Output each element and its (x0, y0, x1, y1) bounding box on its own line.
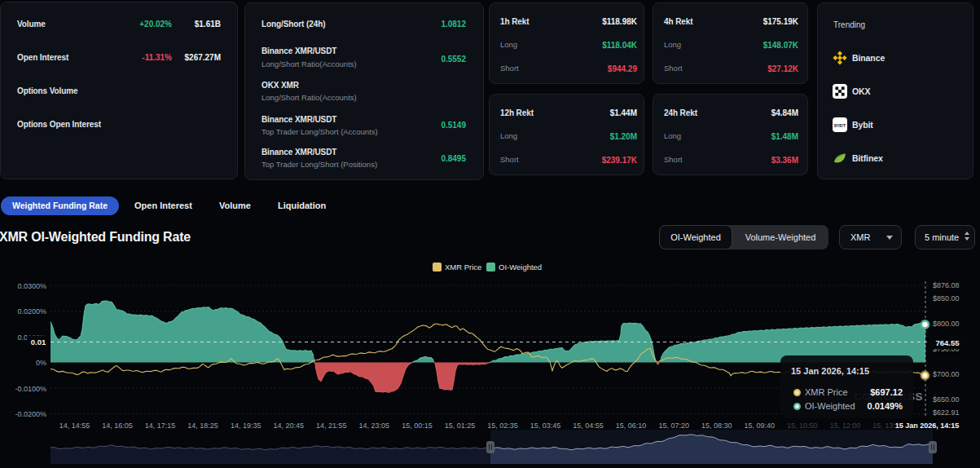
svg-text:15, 12:00: 15, 12:00 (830, 422, 861, 430)
svg-text:15, 06:10: 15, 06:10 (616, 422, 647, 430)
svg-text:14, 23:05: 14, 23:05 (359, 422, 390, 430)
svg-text:0.0200%: 0.0200% (17, 307, 46, 316)
svg-text:-0.0100%: -0.0100% (15, 385, 46, 393)
svg-text:$850.00: $850.00 (933, 294, 960, 302)
svg-text:$622.91: $622.91 (933, 408, 960, 417)
svg-text:$876.08: $876.08 (933, 281, 960, 289)
svg-text:14, 21:55: 14, 21:55 (316, 422, 347, 430)
svg-text:0.01: 0.01 (31, 338, 46, 347)
svg-text:15, 03:45: 15, 03:45 (530, 422, 561, 430)
svg-text:$800.00: $800.00 (933, 320, 960, 328)
svg-text:14, 19:35: 14, 19:35 (231, 422, 261, 430)
svg-text:15, 02:35: 15, 02:35 (487, 422, 518, 430)
svg-text:15, 04:55: 15, 04:55 (573, 422, 604, 430)
svg-text:0.0300%: 0.0300% (17, 282, 46, 290)
svg-text:14, 16:05: 14, 16:05 (102, 422, 133, 430)
svg-text:15, 09:40: 15, 09:40 (745, 422, 776, 430)
svg-text:15, 10:50: 15, 10:50 (787, 422, 818, 430)
svg-text:14, 18:25: 14, 18:25 (187, 422, 218, 430)
svg-text:$650.00: $650.00 (933, 395, 960, 404)
svg-text:$700.00: $700.00 (933, 370, 960, 378)
svg-text:0%: 0% (36, 359, 46, 367)
svg-text:15, 07:20: 15, 07:20 (658, 422, 689, 430)
svg-text:14, 14:55: 14, 14:55 (59, 422, 90, 430)
svg-text:15, 08:30: 15, 08:30 (701, 422, 732, 430)
svg-text:15 Jan 2026, 14:15: 15 Jan 2026, 14:15 (895, 422, 960, 430)
svg-text:14, 17:15: 14, 17:15 (145, 422, 176, 430)
svg-text:764.55: 764.55 (935, 338, 960, 347)
svg-text:15, 01:25: 15, 01:25 (445, 422, 476, 430)
svg-text:15, 00:15: 15, 00:15 (402, 422, 433, 430)
svg-text:14, 20:45: 14, 20:45 (273, 422, 304, 430)
svg-text:-0.0200%: -0.0200% (15, 410, 46, 418)
